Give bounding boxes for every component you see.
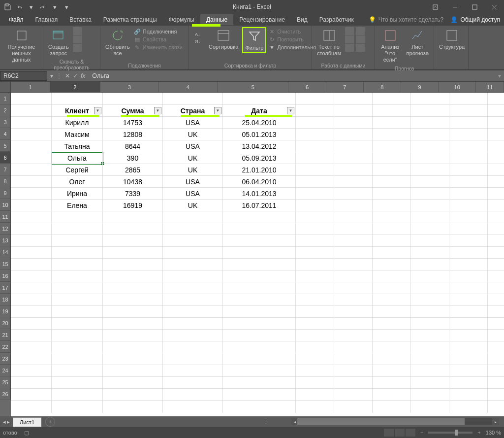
table-cell[interactable]: 05.09.2013 [223,152,296,164]
ribbon-options-icon[interactable] [425,0,445,14]
filter-dropdown-icon[interactable]: ▼ [214,107,221,114]
table-cell[interactable]: Максим [52,129,103,140]
qat-dropdown-icon[interactable]: ▾ [49,1,60,12]
view-normal-button[interactable] [384,429,394,437]
formula-expand-icon[interactable]: ▾ [495,72,504,79]
column-header[interactable]: 1 [11,82,50,93]
minimize-icon[interactable] [445,0,465,14]
filter-dropdown-icon[interactable]: ▼ [287,107,294,114]
sort-az-button[interactable]: А↓Я↓ [192,27,205,47]
tab-data[interactable]: Данные [200,14,233,25]
properties-button[interactable]: ▤Свойства [134,36,183,43]
row-header[interactable]: 23 [0,353,11,365]
table-cell[interactable]: UK [163,152,223,164]
table-cell[interactable]: UK [163,164,223,176]
scroll-right-icon[interactable]: ▸ [492,418,499,425]
filter-dropdown-icon[interactable]: ▼ [154,107,161,114]
filter-button[interactable]: Фильтр [243,28,265,52]
table-cell[interactable]: UK [163,200,223,211]
filter-dropdown-icon[interactable]: ▼ [94,107,101,114]
table-cell[interactable]: 390 [103,152,163,164]
table-cell[interactable]: Татьяна [52,140,103,152]
table-cell[interactable]: UK [163,129,223,140]
table-cell[interactable]: USA [163,140,223,152]
row-header[interactable]: 17 [0,282,11,294]
table-cell[interactable]: 16.07.2011 [223,200,296,211]
table-cell[interactable]: 05.01.2013 [223,129,296,140]
table-cell[interactable]: USA [163,176,223,188]
column-header[interactable]: 3 [100,82,159,93]
table-cell[interactable]: USA [163,188,223,200]
view-pagebreak-button[interactable] [406,429,415,437]
advanced-filter-button[interactable]: ▼Дополнительно [268,44,316,51]
view-layout-button[interactable] [395,429,405,437]
sheet-nav-prev-icon[interactable]: ◂ [3,419,6,425]
refresh-all-button[interactable]: Обновить все [103,27,132,58]
table-cell[interactable]: USA [163,117,223,129]
scroll-thumb[interactable] [297,418,465,425]
row-header[interactable]: 1 [0,93,11,104]
outline-button[interactable]: Структура [437,27,467,51]
row-header[interactable]: 16 [0,270,11,282]
row-header[interactable]: 22 [0,341,11,353]
macro-record-icon[interactable]: ▢ [24,430,29,436]
fx-icon[interactable]: fx [81,72,85,79]
tab-layout[interactable]: Разметка страницы [97,14,163,25]
table-cell[interactable]: Олег [52,176,103,188]
row-header[interactable]: 2 [0,104,11,116]
table-cell[interactable]: Кирилл [52,117,103,129]
table-cell[interactable]: 21.01.2010 [223,164,296,176]
row-header[interactable]: 3 [0,116,11,128]
zoom-slider[interactable] [428,432,472,434]
horizontal-scrollbar[interactable]: ◂ ▸ [291,418,499,425]
new-query-button[interactable]: Создать запрос [46,27,71,58]
row-header[interactable]: 9 [0,187,11,199]
tell-me-search[interactable]: 💡Что вы хотите сделать? [369,16,444,23]
tab-review[interactable]: Рецензирование [233,14,291,25]
row-header[interactable]: 8 [0,175,11,187]
text-to-columns-button[interactable]: Текст по столбцам [315,27,343,58]
row-header[interactable]: 21 [0,329,11,341]
table-cell[interactable]: 16919 [103,200,163,211]
sort-button[interactable]: Сортировка [207,27,240,51]
enter-icon[interactable]: ✓ [73,72,78,79]
table-cell[interactable]: 14.01.2013 [223,188,296,200]
table-cell[interactable]: 25.04.2010 [223,117,296,129]
save-icon[interactable] [2,1,13,12]
zoom-in-icon[interactable]: + [477,430,480,436]
table-cell[interactable]: Елена [52,200,103,211]
whatif-button[interactable]: Анализ "что если" [378,27,403,65]
column-header[interactable]: 11 [476,82,504,93]
table-cell[interactable]: 12808 [103,129,163,140]
undo-icon[interactable] [14,1,25,12]
table-cell[interactable]: Ирина [52,188,103,200]
row-header[interactable]: 18 [0,294,11,305]
row-header[interactable]: 4 [0,128,11,140]
row-header[interactable]: 5 [0,140,11,152]
table-cell[interactable]: Сергей [52,164,103,176]
row-header[interactable]: 26 [0,388,11,400]
sheet-tab-active[interactable]: Лист1 [13,417,41,427]
row-header[interactable]: 19 [0,305,11,317]
row-header[interactable]: 10 [0,199,11,211]
row-header[interactable]: 13 [0,235,11,246]
name-box[interactable]: R6C2 [0,71,47,81]
cancel-icon[interactable]: ✕ [65,72,70,79]
tab-formulas[interactable]: Формулы [163,14,200,25]
row-header[interactable]: 14 [0,246,11,258]
table-cell[interactable]: 06.04.2010 [223,176,296,188]
column-header[interactable]: 7 [326,82,364,93]
row-header[interactable]: 12 [0,223,11,235]
tab-file[interactable]: Файл [3,14,30,25]
add-sheet-button[interactable]: + [45,417,55,427]
clear-filter-button[interactable]: ✕Очистить [268,28,316,35]
close-icon[interactable] [484,0,504,14]
column-header[interactable]: 2 [50,82,100,93]
tab-view[interactable]: Вид [291,14,314,25]
column-header[interactable]: 5 [218,82,289,93]
column-header[interactable]: 10 [439,82,476,93]
sheet-nav-next-icon[interactable]: ▸ [7,419,10,425]
column-header[interactable]: 8 [364,82,401,93]
row-header[interactable]: 11 [0,211,11,223]
qat-customize-icon[interactable]: ▾ [61,1,72,12]
